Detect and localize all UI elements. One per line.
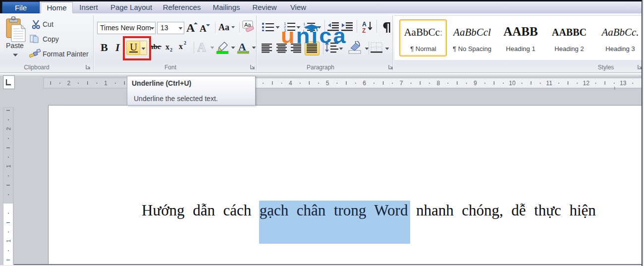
svg-text:4: 4: [289, 80, 292, 87]
svg-text:x: x: [179, 42, 183, 50]
svg-text:2: 2: [67, 80, 70, 87]
svg-text:A: A: [186, 22, 195, 33]
svg-text:2: 2: [5, 127, 11, 130]
svg-text:9: 9: [474, 80, 477, 87]
svg-text:A: A: [362, 21, 367, 28]
svg-text:13: 13: [620, 80, 627, 87]
svg-text:x: x: [165, 43, 169, 51]
svg-text:7: 7: [400, 80, 403, 87]
svg-text:10: 10: [509, 80, 516, 87]
svg-text:2: 2: [170, 47, 172, 52]
svg-text:1: 1: [104, 80, 107, 87]
svg-text:8: 8: [436, 80, 440, 87]
svg-text:11: 11: [546, 80, 552, 87]
svg-text:6: 6: [363, 80, 366, 87]
svg-text:2: 2: [184, 41, 186, 46]
svg-text:A: A: [200, 24, 207, 33]
svg-text:1: 1: [5, 239, 11, 242]
svg-text:12: 12: [583, 80, 590, 87]
svg-text:A: A: [197, 41, 206, 53]
svg-text:Aa: Aa: [218, 23, 229, 32]
svg-text:5: 5: [326, 80, 329, 87]
svg-text:1: 1: [5, 164, 11, 167]
svg-text:Z: Z: [362, 27, 366, 34]
